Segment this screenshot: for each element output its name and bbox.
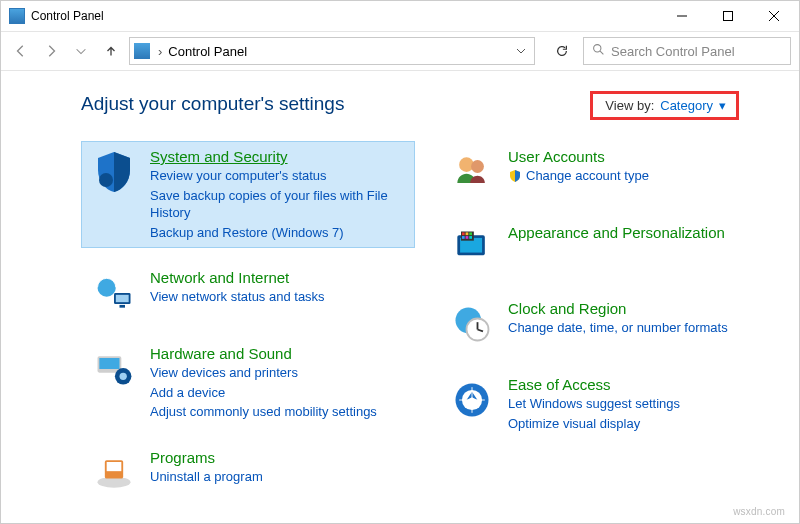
category-title-link[interactable]: System and Security: [150, 148, 406, 165]
refresh-button[interactable]: [547, 37, 577, 65]
uac-shield-icon: [508, 169, 522, 183]
svg-rect-1: [724, 12, 733, 21]
control-panel-icon: [9, 8, 25, 24]
category-hardware-and-sound[interactable]: Hardware and Sound View devices and prin…: [81, 338, 415, 428]
user-accounts-icon: [448, 148, 496, 196]
category-column-right: User Accounts Change account type Appear…: [439, 141, 773, 504]
address-control-panel-icon: [134, 43, 150, 59]
toolbar: › Control Panel: [1, 31, 799, 71]
window-title: Control Panel: [31, 9, 104, 23]
svg-rect-12: [99, 358, 119, 369]
svg-rect-27: [466, 236, 469, 239]
svg-rect-17: [107, 462, 122, 471]
close-button[interactable]: [751, 1, 797, 31]
view-by-label: View by:: [605, 98, 654, 113]
recent-locations-button[interactable]: [69, 39, 93, 63]
svg-rect-24: [466, 232, 469, 235]
hardware-icon: [90, 345, 138, 393]
category-grid: System and Security Review your computer…: [81, 141, 773, 504]
category-task-link[interactable]: Change date, time, or number formats: [508, 319, 728, 337]
appearance-icon: [448, 224, 496, 272]
category-title-link[interactable]: Programs: [150, 449, 263, 466]
chevron-right-icon: ›: [158, 44, 162, 59]
back-button[interactable]: [9, 39, 33, 63]
forward-button[interactable]: [39, 39, 63, 63]
network-icon: [90, 269, 138, 317]
category-title-link[interactable]: Clock and Region: [508, 300, 728, 317]
svg-rect-10: [120, 305, 126, 308]
category-network-and-internet[interactable]: Network and Internet View network status…: [81, 262, 415, 324]
svg-rect-28: [469, 236, 472, 239]
category-task-link[interactable]: Adjust commonly used mobility settings: [150, 403, 377, 421]
chevron-down-icon[interactable]: ▾: [719, 98, 726, 113]
view-by-value[interactable]: Category: [660, 98, 713, 113]
category-task-link[interactable]: Uninstall a program: [150, 468, 263, 486]
category-title-link[interactable]: Ease of Access: [508, 376, 680, 393]
shield-icon: [90, 148, 138, 196]
category-appearance-and-personalization[interactable]: Appearance and Personalization: [439, 217, 773, 279]
control-panel-window: Control Panel › Control Panel Adjust you…: [0, 0, 800, 524]
category-clock-and-region[interactable]: Clock and Region Change date, time, or n…: [439, 293, 773, 355]
category-task-link[interactable]: Optimize visual display: [508, 415, 680, 433]
category-task-link[interactable]: Change account type: [508, 167, 649, 185]
clock-icon: [448, 300, 496, 348]
category-title-link[interactable]: Appearance and Personalization: [508, 224, 725, 241]
ease-of-access-icon: [448, 376, 496, 424]
address-bar[interactable]: › Control Panel: [129, 37, 535, 65]
search-input[interactable]: [611, 44, 782, 59]
maximize-button[interactable]: [705, 1, 751, 31]
category-programs[interactable]: Programs Uninstall a program: [81, 442, 415, 504]
category-title-link[interactable]: User Accounts: [508, 148, 649, 165]
category-task-link[interactable]: Backup and Restore (Windows 7): [150, 224, 406, 242]
svg-point-4: [594, 45, 601, 52]
svg-point-14: [120, 373, 127, 380]
category-task-link[interactable]: View devices and printers: [150, 364, 377, 382]
category-ease-of-access[interactable]: Ease of Access Let Windows suggest setti…: [439, 369, 773, 439]
programs-icon: [90, 449, 138, 497]
svg-rect-23: [462, 232, 465, 235]
category-task-link[interactable]: Save backup copies of your files with Fi…: [150, 187, 406, 222]
view-by-selector: View by: Category ▾: [590, 91, 739, 120]
category-title-link[interactable]: Hardware and Sound: [150, 345, 377, 362]
minimize-button[interactable]: [659, 1, 705, 31]
category-column-left: System and Security Review your computer…: [81, 141, 415, 504]
svg-line-5: [600, 51, 603, 54]
svg-point-6: [99, 173, 113, 187]
svg-point-19: [471, 160, 484, 173]
chevron-down-icon[interactable]: [512, 46, 530, 56]
search-icon: [592, 43, 605, 59]
category-system-and-security[interactable]: System and Security Review your computer…: [81, 141, 415, 248]
category-user-accounts[interactable]: User Accounts Change account type: [439, 141, 773, 203]
category-task-link[interactable]: Add a device: [150, 384, 377, 402]
category-task-link[interactable]: Let Windows suggest settings: [508, 395, 680, 413]
category-title-link[interactable]: Network and Internet: [150, 269, 325, 286]
svg-rect-9: [116, 295, 129, 302]
search-box[interactable]: [583, 37, 791, 65]
content-area: Adjust your computer's settings View by:…: [1, 71, 799, 523]
watermark: wsxdn.com: [733, 506, 785, 517]
category-task-link[interactable]: View network status and tasks: [150, 288, 325, 306]
category-task-link[interactable]: Review your computer's status: [150, 167, 406, 185]
titlebar: Control Panel: [1, 1, 799, 31]
up-button[interactable]: [99, 39, 123, 63]
breadcrumb[interactable]: Control Panel: [168, 44, 247, 59]
svg-rect-25: [469, 232, 472, 235]
svg-rect-26: [462, 236, 465, 239]
